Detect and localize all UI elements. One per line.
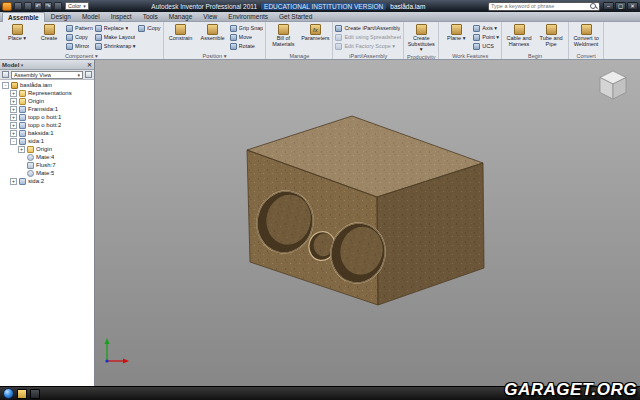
copy-button[interactable]: Copy [66,33,93,41]
tab-environments[interactable]: Environments [223,12,273,21]
tree-node-sida-2[interactable]: +sida:2 [0,177,94,185]
tree-node-origin[interactable]: +Origin [0,145,94,153]
make-layout-icon [95,34,102,41]
tube-and-pipe-button[interactable]: Tube and Pipe [536,23,566,52]
browser-panel-title[interactable]: Model [2,62,23,68]
icopy-button[interactable]: iCopy [138,24,161,32]
parameters-icon: fx [310,24,321,35]
search-icon[interactable] [590,3,597,10]
convert-to-weldment-button[interactable]: Convert to Weldment [571,23,601,52]
close-button[interactable]: ✕ [627,2,638,10]
tree-node-basl-da-iam[interactable]: -baslåda.iam [0,81,94,89]
minimize-button[interactable]: – [603,2,614,10]
constrain-icon [175,24,186,35]
assemble-button[interactable]: Assemble [198,23,228,52]
tree-node-framsida-1[interactable]: +Framsida:1 [0,105,94,113]
tree-expander-icon[interactable]: + [10,90,17,97]
maximize-button[interactable]: ▢ [615,2,626,10]
tree-node-topp-o-bott-1[interactable]: +topp o bott:1 [0,113,94,121]
tab-model[interactable]: Model [77,12,105,21]
tab-inspect[interactable]: Inspect [106,12,137,21]
tree-expander-icon[interactable]: + [10,122,17,129]
ribbon-group-label-productivity[interactable]: Productivity [406,53,436,60]
tree-node-mate-4[interactable]: +Mate:4 [0,153,94,161]
point-button[interactable]: Point ▾ [473,33,499,41]
tree-expander-icon[interactable]: + [10,98,17,105]
ucs-button[interactable]: UCS [473,42,499,50]
print-icon[interactable] [54,2,62,10]
ribbon-group-label-component[interactable]: Component ▾ [2,52,161,59]
tree-node-representations[interactable]: +Representations [0,89,94,97]
new-file-icon[interactable] [14,2,22,10]
ribbon-group-label-work-features[interactable]: Work Features [441,52,499,59]
move-button[interactable]: Move [230,33,264,41]
bill-of-materials-button[interactable]: Bill of Materials [268,23,298,52]
autodesk-inventor-taskbar-item[interactable] [30,389,40,399]
edit-using-spreadsheet-icon [335,34,342,41]
tree-expander-icon[interactable]: - [2,82,9,89]
ribbon-group-label-ipart-iassembly[interactable]: iPart/iAssembly [335,52,401,59]
create-ipart-iassembly-button[interactable]: Create iPart/iAssembly [335,24,401,32]
tree-expander-icon[interactable]: + [18,146,25,153]
replace-button[interactable]: Replace ▾ [95,24,136,32]
tab-get-started[interactable]: Get Started [274,12,317,21]
tab-assemble[interactable]: Assemble [2,12,45,22]
color-dropdown[interactable]: Color [65,2,89,10]
tree-node-baksida-1[interactable]: +baksida:1 [0,129,94,137]
product-name: Autodesk Inventor Professional 2011 [151,3,257,10]
grip-snap-button[interactable]: Grip Snap [230,24,264,32]
part-icon [19,138,26,145]
tree-node-flush-7[interactable]: +Flush:7 [0,161,94,169]
tab-view[interactable]: View [198,12,222,21]
tab-tools[interactable]: Tools [138,12,163,21]
save-icon[interactable] [24,2,32,10]
folder-icon [19,90,26,97]
tab-manage[interactable]: Manage [164,12,198,21]
pattern-button[interactable]: Pattern [66,24,93,32]
tree-expander-icon[interactable]: - [10,138,17,145]
create-button[interactable]: Create [34,23,64,52]
tree-node-topp-o-bott-2[interactable]: +topp o bott:2 [0,121,94,129]
make-layout-button[interactable]: Make Layout [95,33,136,41]
edit-factory-scope-button[interactable]: Edit Factory Scope ▾ [335,42,401,50]
viewport[interactable] [95,60,640,386]
tree-expander-icon[interactable]: + [10,178,17,185]
tree-expander-icon[interactable]: + [10,130,17,137]
axis-button[interactable]: Axis ▾ [473,24,499,32]
ribbon-group-label-manage[interactable]: Manage [268,52,330,59]
tab-design[interactable]: Design [46,12,76,21]
y-axis-arrow [105,338,110,344]
application-button-icon[interactable] [2,2,12,11]
tree-expander-icon[interactable]: + [10,114,17,121]
tree-node-origin[interactable]: +Origin [0,97,94,105]
undo-icon[interactable]: ↶ [34,2,42,10]
create-substitutes-button[interactable]: Create Substitutes ▾ [406,23,436,53]
view-selector-dropdown[interactable]: Assembly View [11,71,83,79]
plane-button[interactable]: Plane ▾ [441,23,471,52]
part-icon [19,178,26,185]
tree-expander-icon[interactable]: + [10,106,17,113]
help-search[interactable] [488,2,600,11]
ribbon-group-label-convert[interactable]: Convert [571,52,601,59]
search-input[interactable] [491,3,588,9]
browser-filter-icon[interactable] [2,71,9,78]
mirror-button[interactable]: Mirror [66,42,93,50]
3d-scene[interactable] [95,60,640,386]
browser-search-icon[interactable] [85,71,92,78]
tree-node-mate-5[interactable]: +Mate:5 [0,169,94,177]
start-button[interactable] [3,388,14,399]
constrain-button[interactable]: Constrain [166,23,196,52]
place-button[interactable]: Place ▾ [2,23,32,52]
shrinkwrap-button[interactable]: Shrinkwrap ▾ [95,42,136,50]
ribbon-group-label-position[interactable]: Position ▾ [166,52,264,59]
cable-and-harness-button[interactable]: Cable and Harness [504,23,534,52]
redo-icon[interactable]: ↷ [44,2,52,10]
parameters-button[interactable]: fxParameters [300,23,330,52]
windows-explorer-taskbar-item[interactable] [17,389,27,399]
browser-close-icon[interactable] [87,61,92,68]
tree-node-sida-1[interactable]: -sida:1 [0,137,94,145]
edit-using-spreadsheet-button[interactable]: Edit using Spreadsheet [335,33,401,41]
view-cube[interactable] [596,68,630,106]
rotate-button[interactable]: Rotate [230,42,264,50]
ribbon-group-label-begin[interactable]: Begin [504,52,566,59]
